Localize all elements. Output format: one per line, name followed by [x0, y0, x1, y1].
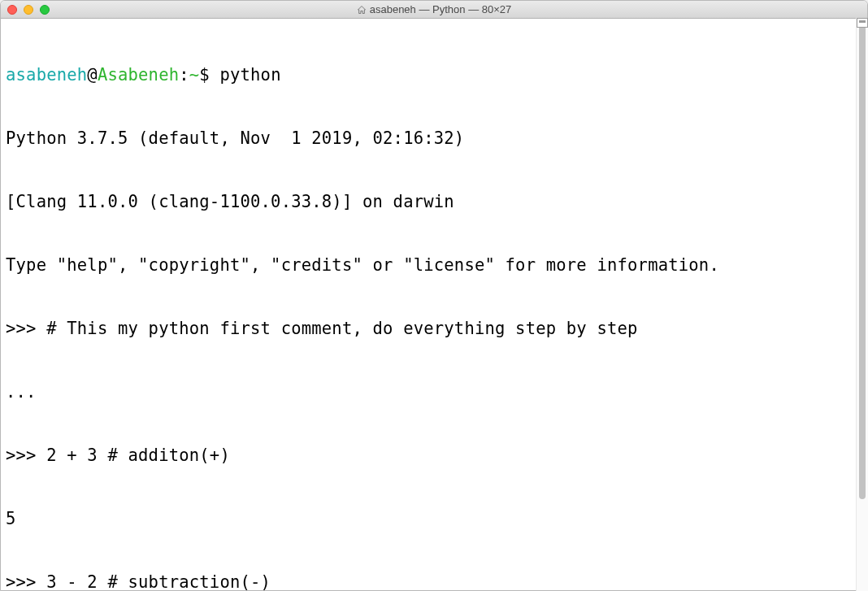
- maximize-icon[interactable]: [40, 5, 50, 15]
- terminal-body[interactable]: asabeneh@Asabeneh:~$ python Python 3.7.5…: [1, 19, 867, 590]
- home-icon: [357, 5, 367, 15]
- repl-line: ...: [6, 381, 862, 402]
- window-title: asabeneh — Python — 80×27: [370, 3, 512, 15]
- close-icon[interactable]: [7, 5, 17, 15]
- window-title-wrap: asabeneh — Python — 80×27: [1, 3, 867, 15]
- python-banner-line: [Clang 11.0.0 (clang-1100.0.33.8)] on da…: [6, 191, 862, 212]
- repl-line: >>> 2 + 3 # additon(+): [6, 445, 862, 466]
- minimize-icon[interactable]: [24, 5, 33, 15]
- prompt-dollar: $: [199, 65, 219, 85]
- prompt-tilde: ~: [189, 65, 200, 85]
- prompt-host: Asabeneh: [98, 65, 179, 85]
- python-banner-line: Python 3.7.5 (default, Nov 1 2019, 02:16…: [6, 128, 862, 149]
- repl-line: >>> # This my python first comment, do e…: [6, 318, 862, 339]
- prompt-colon: :: [179, 65, 189, 85]
- window-controls: [1, 5, 50, 15]
- repl-line: >>> 3 - 2 # subtraction(-): [6, 571, 862, 590]
- vertical-scrollbar[interactable]: [856, 18, 868, 591]
- python-banner-line: Type "help", "copyright", "credits" or "…: [6, 254, 862, 276]
- terminal-window: asabeneh — Python — 80×27 asabeneh@Asabe…: [0, 0, 868, 591]
- scroll-thumb[interactable]: [859, 20, 866, 499]
- titlebar[interactable]: asabeneh — Python — 80×27: [1, 1, 867, 19]
- corner-window-icon: [857, 18, 868, 28]
- shell-prompt-line: asabeneh@Asabeneh:~$ python: [6, 64, 862, 85]
- typed-command: python: [219, 65, 280, 85]
- repl-output: 5: [6, 508, 862, 529]
- prompt-at: @: [87, 65, 98, 85]
- prompt-user: asabeneh: [6, 65, 87, 85]
